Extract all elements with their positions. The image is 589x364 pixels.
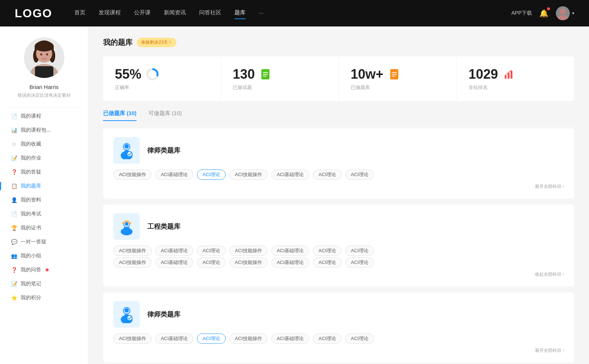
menu-label: 我的课程包... — [21, 127, 51, 133]
sidebar-menu-item[interactable]: ❓我的问答 — [4, 263, 84, 277]
sidebar-menu-item[interactable]: 📄我的考试 — [4, 207, 84, 221]
bank-tag[interactable]: ACI理论 — [313, 246, 342, 256]
stat-card: 55%正确率 — [103, 56, 221, 101]
bank-card: 律师类题库ACI技能操作ACI基础理论ACI理论ACI技能操作ACI基础理论AC… — [103, 128, 574, 199]
bank-expand-toggle[interactable]: 收起全部科目 › — [113, 271, 564, 278]
bank-icon — [113, 137, 140, 164]
sidebar-menu-item[interactable]: 📄我的课程 — [4, 109, 84, 123]
bank-tag[interactable]: ACI基础理论 — [271, 333, 310, 344]
bank-card-header: 工程类题库 — [113, 213, 564, 240]
bank-tag[interactable]: ACI理论 — [313, 257, 342, 268]
page-title: 我的题库 — [103, 38, 133, 47]
bank-tag[interactable]: ACI理论 — [345, 169, 374, 180]
trial-badge: 体验剩余23天！ — [137, 38, 176, 47]
menu-label: 我的题库 — [21, 183, 41, 189]
tab-item[interactable]: 已做题库 (10) — [103, 110, 137, 121]
bank-tag[interactable]: ACI基础理论 — [271, 169, 310, 180]
bank-tag[interactable]: ACI理论 — [313, 169, 342, 180]
sidebar-motto: 错误的决定比没有决定要好 — [10, 92, 78, 99]
svg-rect-23 — [505, 75, 507, 79]
bank-tag[interactable]: ACI技能操作 — [113, 246, 152, 256]
nav-item[interactable]: 问答社区 — [199, 9, 221, 18]
bank-tag[interactable]: ACI基础理论 — [271, 246, 310, 256]
menu-label: 一对一答疑 — [21, 239, 46, 245]
bank-tag[interactable]: ACI理论 — [345, 333, 374, 344]
sidebar-menu-item[interactable]: 📝我的作业 — [4, 151, 84, 165]
svg-rect-20 — [392, 72, 397, 73]
menu-label: 我的笔记 — [21, 281, 41, 287]
bank-tag[interactable]: ACI技能操作 — [229, 333, 268, 344]
sidebar-menu-item[interactable]: 📊我的课程包... — [4, 123, 84, 137]
stat-label: 全站排名 — [469, 84, 562, 91]
bank-tag[interactable]: ACI技能操作 — [113, 169, 152, 180]
menu-icon: 📊 — [11, 127, 17, 133]
bank-tag[interactable]: ACI基础理论 — [155, 257, 194, 268]
tab-item[interactable]: 可做题库 (10) — [148, 110, 182, 121]
svg-point-42 — [124, 308, 129, 313]
stat-icon — [502, 68, 516, 81]
sidebar-menu-item[interactable]: 📝我的笔记 — [4, 277, 84, 291]
sidebar: Brian Harris 错误的决定比没有决定要好 📄我的课程📊我的课程包...… — [0, 26, 88, 364]
bank-tag[interactable]: ACI基础理论 — [155, 169, 194, 180]
notification-bell[interactable]: 🔔 — [539, 9, 549, 18]
bank-tag[interactable]: ACI技能操作 — [229, 257, 268, 268]
stat-value: 10w+ — [351, 67, 384, 82]
svg-rect-21 — [392, 74, 397, 75]
bank-tag[interactable]: ACI理论 — [345, 257, 374, 268]
bank-tag[interactable]: ACI基础理论 — [155, 333, 194, 344]
bank-tag[interactable]: ACI理论 — [197, 246, 226, 256]
nav-item[interactable]: 发现课程 — [99, 9, 121, 18]
main-content: 我的题库 体验剩余23天！ 55%正确率130已做试题10w+已做题库1029全… — [88, 26, 589, 364]
sidebar-menu-item[interactable]: 💬一对一答疑 — [4, 235, 84, 249]
bank-name: 律师类题库 — [147, 310, 180, 319]
bank-tags-row: ACI技能操作ACI基础理论ACI理论ACI技能操作ACI基础理论ACI理论AC… — [113, 246, 564, 256]
sidebar-menu-item[interactable]: 📋我的题库 — [4, 179, 84, 193]
logo[interactable]: LOGO — [15, 7, 52, 20]
bank-tag[interactable]: ACI理论 — [313, 333, 342, 344]
bank-tag[interactable]: ACI理论 — [197, 169, 226, 180]
bank-tag[interactable]: ACI理论 — [345, 246, 374, 256]
bank-name: 工程类题库 — [147, 222, 180, 231]
nav-item[interactable]: 公开课 — [134, 9, 151, 18]
bank-tag[interactable]: ACI基础理论 — [271, 257, 310, 268]
sidebar-menu-item[interactable]: ⭐我的积分 — [4, 291, 84, 305]
nav-item[interactable]: 题库 — [234, 9, 246, 18]
bank-tag[interactable]: ACI技能操作 — [113, 257, 152, 268]
stat-label: 正确率 — [115, 84, 209, 91]
svg-rect-16 — [263, 72, 268, 73]
nav-item[interactable]: 首页 — [74, 9, 85, 18]
svg-point-14 — [149, 71, 156, 78]
sidebar-menu-item[interactable]: 👥我的小组 — [4, 249, 84, 263]
bank-tag[interactable]: ACI理论 — [197, 257, 226, 268]
bank-expand-toggle[interactable]: 展开全部科目 › — [113, 183, 564, 190]
bank-expand-toggle[interactable]: 展开全部科目 › — [113, 347, 564, 354]
sidebar-menu-item[interactable]: 👤我的资料 — [4, 193, 84, 207]
sidebar-menu-item[interactable]: ☆我的收藏 — [4, 137, 84, 151]
nav-item[interactable]: ··· — [259, 10, 264, 17]
bank-cards-container: 律师类题库ACI技能操作ACI基础理论ACI理论ACI技能操作ACI基础理论AC… — [103, 128, 574, 363]
avatar — [556, 6, 570, 20]
bank-card-header: 律师类题库 — [113, 301, 564, 328]
bank-tags-row: ACI技能操作ACI基础理论ACI理论ACI技能操作ACI基础理论ACI理论AC… — [113, 333, 564, 344]
sidebar-menu-item[interactable]: ❓我的答疑 — [4, 165, 84, 179]
bank-card-header: 律师类题库 — [113, 137, 564, 164]
menu-icon: 📄 — [11, 211, 17, 217]
stat-card: 10w+已做题库 — [339, 56, 457, 101]
menu-label: 我的小组 — [21, 253, 41, 259]
bank-tag[interactable]: ACI基础理论 — [155, 246, 194, 256]
svg-rect-34 — [124, 227, 130, 232]
user-avatar-menu[interactable]: ▾ — [556, 6, 574, 20]
stat-label: 已做题库 — [351, 84, 445, 91]
bank-tag[interactable]: ACI理论 — [197, 333, 226, 344]
sidebar-menu-item[interactable]: 🏆我的证书 — [4, 221, 84, 235]
bank-tag[interactable]: ACI技能操作 — [229, 169, 268, 180]
bank-tag[interactable]: ACI技能操作 — [229, 246, 268, 256]
nav-item[interactable]: 新闻资讯 — [164, 9, 186, 18]
bank-tag[interactable]: ACI技能操作 — [113, 333, 152, 344]
page-layout: Brian Harris 错误的决定比没有决定要好 📄我的课程📊我的课程包...… — [0, 26, 589, 364]
sidebar-username: Brian Harris — [29, 84, 59, 90]
stat-label: 已做试题 — [233, 84, 327, 91]
menu-label: 我的答疑 — [21, 169, 41, 175]
app-download-link[interactable]: APP下载 — [511, 10, 532, 17]
tabs-row: 已做题库 (10)可做题库 (10) — [103, 110, 574, 121]
